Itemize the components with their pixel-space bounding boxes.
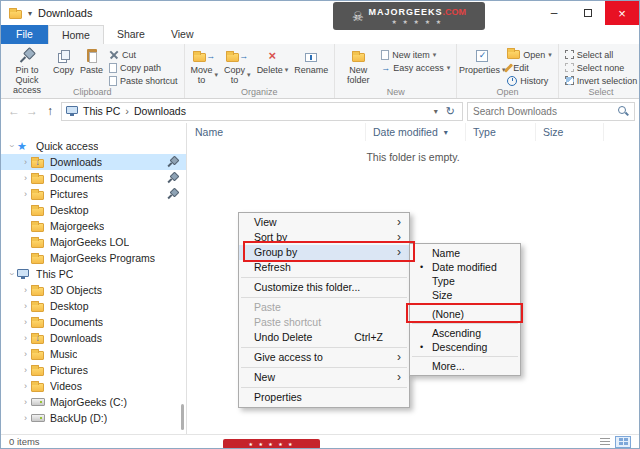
new-item-button[interactable]: New item▾ [379,48,452,61]
address-breadcrumb[interactable]: This PC › Downloads ▾ ↻ [61,102,463,121]
tab-home[interactable]: Home [48,25,104,44]
sidebar-item-documents-pc[interactable]: › Documents [1,314,186,330]
address-bar: ← → ↑ This PC › Downloads ▾ ↻ [1,99,639,123]
chevron-collapsed-icon[interactable]: › [20,189,31,199]
submenu-item-more[interactable]: More... [410,359,520,373]
pin-icon [167,157,177,167]
select-all-button[interactable]: Select all [563,48,640,61]
breadcrumb-downloads[interactable]: Downloads [129,105,191,117]
back-button[interactable]: ← [5,104,23,118]
sidebar-item-majorgeeks-lol[interactable]: MajorGeeks LOL [1,234,186,250]
delete-button[interactable]: × Delete▾ [255,47,291,76]
tab-share[interactable]: Share [104,25,158,44]
ribbon-group-organize: → Move to▾ → Copy to▾ × Delete▾ Rename O… [185,44,336,98]
stars-icon: ★ ★ ★ ★ ★ [392,17,444,27]
chevron-collapsed-icon[interactable]: › [20,301,31,311]
dropdown-icon: ▾ [247,70,251,80]
filter-dropdown-icon[interactable]: ▾ [444,128,448,137]
sidebar-item-quick-access[interactable]: › ★ Quick access [1,138,186,154]
sidebar-item-videos[interactable]: › Videos [1,378,186,394]
maximize-button[interactable] [571,1,605,25]
tab-file[interactable]: File [1,25,48,44]
submenu-item-type[interactable]: Type [410,274,520,288]
sidebar-item-majorgeeks[interactable]: Majorgeeks [1,218,186,234]
context-menu-item-view[interactable]: View [239,215,409,230]
chevron-collapsed-icon[interactable]: › [20,349,31,359]
rename-button[interactable]: Rename [292,47,330,76]
submenu-item-date-modified[interactable]: •Date modified [410,260,520,274]
column-header-size[interactable]: Size [536,123,604,141]
paste-shortcut-button[interactable]: Paste shortcut [107,74,180,87]
address-dropdown-icon[interactable]: ▾ [429,107,443,116]
move-to-button[interactable]: → Move to▾ [189,47,221,86]
chevron-collapsed-icon[interactable]: › [20,413,31,423]
sidebar-item-this-pc[interactable]: › This PC [1,266,186,282]
submenu-item-name[interactable]: Name [410,246,520,260]
easy-access-button[interactable]: →Easy access▾ [379,61,452,74]
sidebar-item-downloads[interactable]: › Downloads [1,154,186,170]
dropdown-icon: ▾ [548,51,552,59]
ribbon-tab-bar: File Home Share View [1,25,639,44]
select-none-button[interactable]: Select none [563,61,640,74]
submenu-item-descending[interactable]: •Descending [410,340,520,354]
breadcrumb-this-pc[interactable]: This PC [78,105,125,117]
submenu-item-size[interactable]: Size [410,288,520,302]
copy-path-icon [109,63,117,73]
context-menu-item-properties[interactable]: Properties [239,390,409,405]
sidebar-item-pictures[interactable]: › Pictures [1,186,186,202]
copy-path-button[interactable]: Copy path [107,61,180,74]
context-menu-item-give-access-to[interactable]: Give access to [239,350,409,365]
chevron-collapsed-icon[interactable]: › [20,397,31,407]
forward-button[interactable]: → [23,104,41,118]
details-view-button[interactable] [597,436,613,448]
cut-button[interactable]: Cut [107,48,180,61]
properties-button[interactable]: Properties▾ [461,47,503,76]
sidebar-item-3d-objects[interactable]: › 3D Objects [1,282,186,298]
sidebar-item-majorgeeks-programs[interactable]: MajorGeeks Programs [1,250,186,266]
sidebar-item-documents[interactable]: › Documents [1,170,186,186]
column-header-name[interactable]: Name [188,123,366,141]
sidebar-item-downloads-pc[interactable]: › Downloads [1,330,186,346]
search-icon [618,106,629,117]
up-button[interactable]: ↑ [41,104,59,118]
sidebar-item-desktop[interactable]: › Desktop [1,298,186,314]
close-button[interactable]: × [605,1,639,25]
chevron-expanded-icon[interactable]: › [7,141,17,152]
sidebar-item-music[interactable]: › Music [1,346,186,362]
invert-selection-button[interactable]: Invert selection [563,74,640,87]
chevron-collapsed-icon[interactable]: › [20,285,31,295]
chevron-collapsed-icon[interactable]: › [20,173,31,183]
refresh-icon[interactable]: ↻ [443,105,458,118]
new-folder-button[interactable]: New folder [339,47,377,86]
sidebar-item-pictures-pc[interactable]: › Pictures [1,362,186,378]
copy-button[interactable]: Copy [51,47,76,76]
sidebar-item-majorgeeks-c-drive[interactable]: › MajorGeeks (C:) [1,394,186,410]
chevron-expanded-icon[interactable]: › [7,269,17,280]
history-button[interactable]: History [505,74,554,87]
sidebar-item-desktop-qa[interactable]: Desktop [1,202,186,218]
context-menu-item-new[interactable]: New [239,370,409,385]
open-button[interactable]: Open▾ [505,48,554,61]
sidebar-scrollbar[interactable] [181,404,184,430]
chevron-collapsed-icon[interactable]: › [20,157,31,167]
large-icons-view-button[interactable] [615,436,631,448]
quick-access-toolbar-chevron-icon[interactable]: ▾ [28,9,32,18]
column-header-type[interactable]: Type [466,123,536,141]
chevron-collapsed-icon[interactable]: › [20,333,31,343]
copy-to-button[interactable]: → Copy to▾ [222,47,253,86]
chevron-collapsed-icon[interactable]: › [20,381,31,391]
chevron-collapsed-icon[interactable]: › [20,317,31,327]
chevron-collapsed-icon[interactable]: › [20,365,31,375]
column-header-date-modified[interactable]: Date modified▾ [366,123,466,141]
search-box[interactable] [467,102,635,121]
submenu-item-ascending[interactable]: Ascending [410,326,520,340]
sidebar-item-backup-d-drive[interactable]: › BackUp (D:) [1,410,186,426]
minimize-button[interactable]: – [537,1,571,25]
search-input[interactable] [473,106,618,117]
context-menu-item-refresh[interactable]: Refresh [239,260,409,275]
edit-button[interactable]: Edit [505,61,554,74]
paste-button[interactable]: Paste [78,47,105,76]
context-menu-item-customize-this-folder[interactable]: Customize this folder... [239,280,409,295]
context-menu-item-undo-delete[interactable]: Undo Delete Ctrl+Z [239,330,409,345]
tab-view[interactable]: View [158,25,207,44]
